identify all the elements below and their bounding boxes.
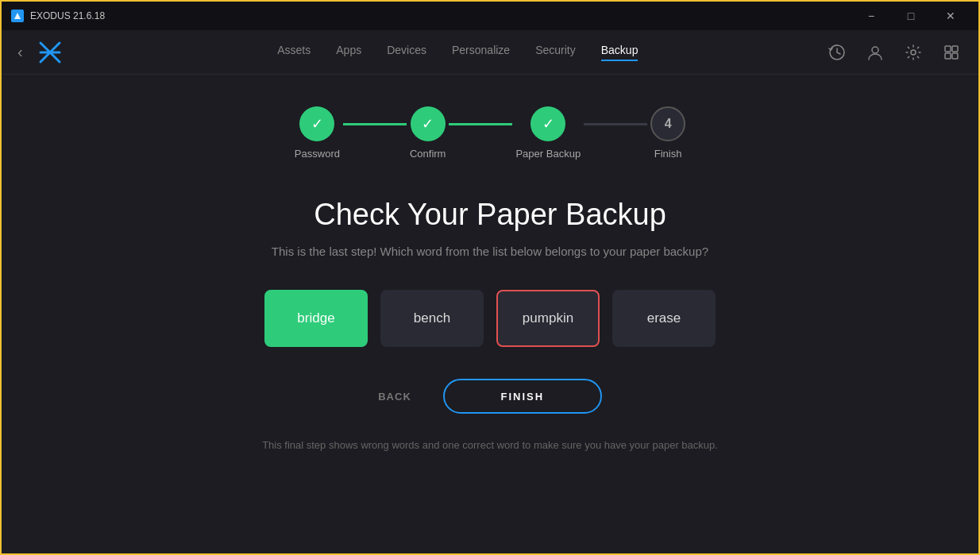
word-pumpkin[interactable]: pumpkin (496, 290, 600, 347)
step-password: ✓ Password (295, 106, 340, 160)
step-1-label: Password (295, 148, 340, 160)
svg-rect-12 (945, 53, 951, 59)
app-icon (11, 10, 24, 22)
svg-line-4 (41, 52, 50, 62)
finish-button[interactable]: FINISH (443, 379, 602, 414)
svg-line-2 (41, 43, 50, 52)
step-3-label: Paper Backup (515, 148, 581, 160)
main-content: ✓ Password ✓ Confirm ✓ Paper Backup 4 Fi… (2, 75, 978, 553)
step-finish: 4 Finish (650, 106, 685, 160)
titlebar-title: EXODUS 21.6.18 (30, 10, 105, 21)
page-subtitle: This is the last step! Which word from t… (272, 245, 708, 258)
footer-note: This final step shows wrong words and on… (262, 439, 718, 451)
svg-rect-13 (952, 53, 958, 59)
word-erase[interactable]: erase (612, 290, 716, 347)
word-bench[interactable]: bench (380, 290, 484, 347)
step-confirm: ✓ Confirm (410, 106, 446, 160)
step-2-circle: ✓ (411, 106, 446, 141)
svg-line-3 (50, 43, 60, 52)
step-paper-backup: ✓ Paper Backup (515, 106, 581, 160)
step-4-label: Finish (654, 148, 682, 160)
word-options: bridge bench pumpkin erase (264, 290, 716, 347)
step-2-label: Confirm (410, 148, 446, 160)
navbar: ‹ Assets Apps Devices Personalize Securi… (2, 30, 978, 75)
step-3-circle: ✓ (531, 106, 565, 141)
connector-2-3 (449, 123, 512, 125)
nav-icons (826, 41, 963, 64)
svg-point-9 (911, 50, 916, 55)
nav-links: Assets Apps Devices Personalize Security… (90, 44, 826, 61)
svg-point-8 (872, 47, 878, 53)
grid-icon[interactable] (940, 41, 963, 64)
step-1-circle: ✓ (299, 106, 334, 141)
svg-line-5 (50, 52, 60, 62)
account-icon[interactable] (864, 41, 886, 64)
word-bridge[interactable]: bridge (264, 290, 368, 347)
step-4-circle: 4 (650, 106, 685, 141)
connector-3-4 (584, 123, 647, 125)
window-controls: − □ ✕ (853, 2, 969, 30)
page-title: Check Your Paper Backup (314, 198, 666, 232)
nav-apps[interactable]: Apps (336, 44, 361, 61)
settings-icon[interactable] (902, 41, 924, 64)
nav-security[interactable]: Security (535, 44, 576, 61)
nav-personalize[interactable]: Personalize (452, 44, 510, 61)
history-icon[interactable] (826, 41, 848, 64)
close-button[interactable]: ✕ (932, 2, 969, 30)
svg-marker-0 (14, 13, 21, 19)
nav-devices[interactable]: Devices (387, 44, 426, 61)
nav-assets[interactable]: Assets (277, 44, 311, 61)
svg-rect-11 (952, 46, 958, 52)
app-container: ‹ Assets Apps Devices Personalize Securi… (2, 30, 978, 553)
svg-rect-10 (945, 46, 951, 52)
stepper: ✓ Password ✓ Confirm ✓ Paper Backup 4 Fi… (295, 106, 685, 160)
maximize-button[interactable]: □ (893, 2, 929, 30)
connector-1-2 (343, 123, 407, 125)
minimize-button[interactable]: − (853, 2, 889, 30)
nav-backup[interactable]: Backup (601, 44, 639, 61)
titlebar: EXODUS 21.6.18 − □ ✕ (2, 2, 978, 30)
back-nav-button[interactable]: ‹ (17, 43, 23, 61)
app-logo (36, 38, 64, 67)
back-button[interactable]: BACK (378, 391, 411, 403)
action-buttons: BACK FINISH (378, 379, 602, 414)
